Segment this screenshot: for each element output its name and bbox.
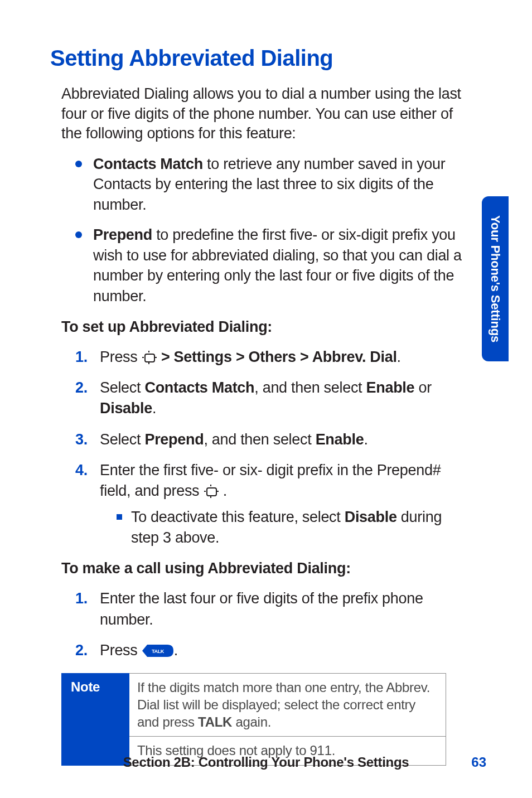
step-2: Press TALK .: [75, 640, 468, 661]
nav-key-icon: [204, 485, 219, 498]
step-text: Enter the first five- or six- digit pref…: [100, 462, 441, 499]
step-text: Select: [100, 379, 144, 396]
step-text: .: [174, 642, 178, 659]
talk-button-icon: TALK: [142, 643, 174, 659]
step-2: Select Contacts Match, and then select E…: [75, 378, 468, 419]
step-bold: Contacts Match: [144, 379, 254, 396]
feature-term: Prepend: [93, 226, 152, 243]
page-number: 63: [471, 755, 486, 770]
step-bold: Prepend: [144, 431, 204, 448]
step-text: , and then select: [254, 379, 366, 396]
nav-key-icon: [142, 351, 157, 364]
step-text: Press: [100, 642, 142, 659]
feature-list: Contacts Match to retrieve any number sa…: [75, 154, 468, 306]
talk-label: TALK: [152, 649, 165, 654]
main-content: Setting Abbreviated Dialing Abbreviated …: [50, 46, 468, 766]
footer-text: Section 2B: Controlling Your Phone's Set…: [123, 755, 409, 770]
step-1: Enter the last four or five digits of th…: [75, 588, 468, 630]
subhead-makecall: To make a call using Abbreviated Dialing…: [61, 560, 468, 577]
step-4: Enter the first five- or six- digit pref…: [75, 460, 468, 548]
page-footer: Section 2B: Controlling Your Phone's Set…: [0, 755, 532, 770]
side-tab: Your Phone's Settings: [482, 196, 509, 361]
note-row-1: If the digits match more than one entry,…: [129, 674, 446, 737]
feature-term: Contacts Match: [93, 156, 203, 172]
subhead-setup: To set up Abbreviated Dialing:: [61, 318, 468, 336]
step-bold: Enable: [316, 431, 364, 448]
steps-setup: Press > Settings > Others > Abbrev. Dial…: [75, 347, 468, 548]
sub-bold: Disable: [345, 509, 397, 525]
step-3: Select Prepend, and then select Enable.: [75, 429, 468, 450]
sub-bullet: To deactivate this feature, select Disab…: [117, 507, 468, 548]
feature-prepend: Prepend to predefine the first five- or …: [75, 225, 468, 306]
steps-makecall: Enter the last four or five digits of th…: [75, 588, 468, 661]
step-text: Enter the last four or five digits of th…: [100, 590, 423, 627]
note-box: Note If the digits match more than one e…: [61, 673, 446, 766]
step-post: .: [397, 349, 401, 365]
note-text: again.: [232, 714, 271, 729]
page-title: Setting Abbreviated Dialing: [50, 46, 468, 71]
side-tab-label: Your Phone's Settings: [488, 215, 502, 342]
note-text: If the digits match more than one entry,…: [137, 680, 430, 729]
intro-paragraph: Abbreviated Dialing allows you to dial a…: [61, 84, 468, 144]
step-bold: Enable: [366, 379, 415, 396]
feature-contacts-match: Contacts Match to retrieve any number sa…: [75, 154, 468, 215]
sub-bullets: To deactivate this feature, select Disab…: [117, 507, 468, 548]
step-text: .: [219, 482, 227, 499]
step-1: Press > Settings > Others > Abbrev. Dial…: [75, 347, 468, 367]
sub-text: To deactivate this feature, select: [131, 509, 345, 525]
note-bold: TALK: [198, 714, 232, 729]
step-text: or: [414, 379, 432, 396]
step-path: > Settings > Others > Abbrev. Dial: [157, 349, 397, 365]
step-text: , and then select: [204, 431, 315, 448]
step-text: Select: [100, 431, 144, 448]
note-label: Note: [62, 674, 129, 766]
step-bold: Disable: [100, 400, 152, 417]
step-text: .: [152, 400, 156, 417]
step-text: .: [364, 431, 367, 448]
step-text: Press: [100, 349, 142, 365]
